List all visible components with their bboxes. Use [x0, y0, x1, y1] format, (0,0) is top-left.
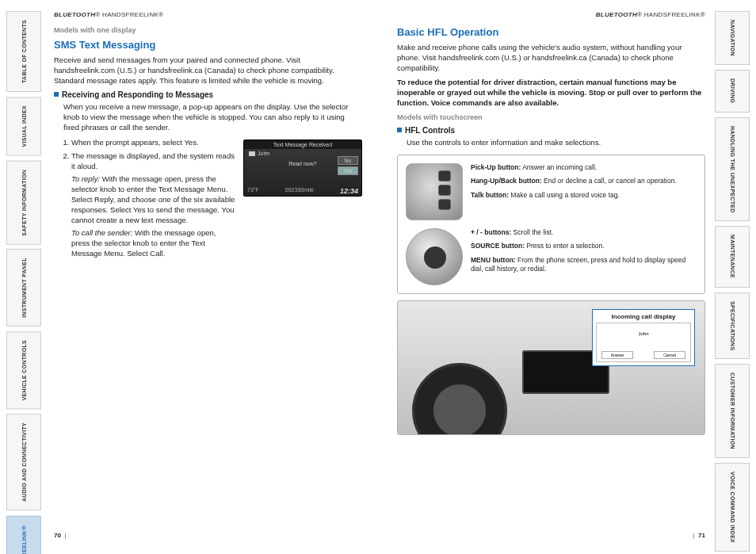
page-right: BLUETOOTH® HANDSFREELINK® Basic HFL Oper…: [380, 11, 715, 542]
call-label: To call the sender:: [71, 228, 132, 237]
talk-label: Talk button:: [471, 191, 509, 199]
incoming-call-callout: Incoming call display John Answer Cancel: [592, 309, 695, 366]
tab-customer-info[interactable]: CUSTOMER INFORMATION: [715, 364, 750, 458]
reg-mark: ®: [158, 11, 163, 18]
reg-mark: ®: [95, 11, 100, 18]
page-num: 71: [698, 532, 705, 539]
runhead-bt: BLUETOOTH: [596, 11, 637, 18]
warning-text: To reduce the potential for driver distr…: [397, 78, 705, 108]
text-message-popup-figure: Text Message Received John Read now? No …: [243, 139, 362, 197]
controls-box: Pick-Up button: Answer an incoming call.…: [397, 155, 705, 294]
subhead-receiving: Receiving and Responding to Messages: [54, 90, 362, 99]
dashboard-figure: Incoming call display John Answer Cancel: [398, 301, 704, 434]
talk-button-icon: [438, 199, 451, 210]
popup-from-name: John: [258, 151, 269, 156]
popup-yes-button: Yes: [338, 166, 358, 175]
hangup-text: End or decline a call, or cancel an oper…: [542, 177, 677, 185]
popup-time: 12:34: [340, 187, 358, 195]
callout-cancel-button: Cancel: [654, 351, 685, 359]
runhead-hfl: HANDSFREELINK: [644, 11, 701, 18]
tab-specs[interactable]: SPECIFICATIONS: [715, 292, 750, 359]
dashboard-figure-box: Incoming call display John Answer Cancel: [397, 300, 705, 435]
popup-no-button: No: [338, 156, 358, 165]
tab-instrument-panel[interactable]: INSTRUMENT PANEL: [6, 249, 41, 327]
callout-caller: John: [598, 331, 689, 336]
intro-text: Receive and send messages from your pair…: [54, 55, 362, 86]
menu-label: MENU button:: [471, 256, 516, 264]
subhead-body-right: Use the controls to enter information an…: [397, 138, 705, 148]
plusminus-label: + / - buttons:: [471, 228, 511, 236]
dial-figure: [406, 228, 463, 285]
pickup-label: Pick-Up button:: [471, 163, 521, 171]
page-number-right: | 71: [693, 532, 705, 539]
running-head-left: BLUETOOTH® HANDSFREELINK®: [54, 11, 362, 18]
pickup-text: Answer an incoming call.: [521, 163, 597, 171]
talk-text: Make a call using a stored voice tag.: [509, 191, 620, 199]
source-text: Press to enter a selection.: [525, 242, 605, 250]
tab-audio[interactable]: AUDIO AND CONNECTIVITY: [6, 414, 41, 510]
tab-bluetooth[interactable]: BLUETOOTH® HANDSFREELINK®: [6, 516, 41, 555]
call-para: To call the sender: With the message ope…: [71, 228, 235, 258]
right-nav-tabs: NAVIGATION DRIVING HANDLING THE UNEXPECT…: [715, 11, 750, 554]
page-left: BLUETOOTH® HANDSFREELINK® Models with on…: [44, 11, 380, 542]
popup-title: Text Message Received: [244, 140, 361, 149]
page-number-left: 70 |: [54, 532, 66, 539]
tab-safety[interactable]: SAFETY INFORMATION: [6, 161, 41, 245]
hangup-button-icon: [438, 185, 451, 196]
step-1: When the prompt appears, select Yes.: [71, 138, 235, 148]
tab-navigation[interactable]: NAVIGATION: [715, 11, 750, 65]
envelope-icon: [249, 151, 255, 156]
models-note-right: Models with touchscreen: [397, 113, 705, 121]
reply-label: To reply:: [71, 174, 100, 183]
reply-para: To reply: With the message open, press t…: [71, 174, 235, 225]
step-2: The message is displayed, and the system…: [71, 151, 235, 172]
left-nav-tabs: TABLE OF CONTENTS VISUAL INDEX SAFETY IN…: [6, 11, 41, 554]
ctrl1-desc: Pick-Up button: Answer an incoming call.…: [471, 163, 697, 204]
tab-voice-index[interactable]: VOICE COMMAND INDEX: [715, 463, 750, 552]
section-title-hfl: Basic HFL Operation: [397, 26, 705, 38]
tab-visual-index[interactable]: VISUAL INDEX: [6, 97, 41, 155]
steering-buttons-figure: [406, 163, 463, 220]
tab-driving[interactable]: DRIVING: [715, 70, 750, 113]
tab-toc[interactable]: TABLE OF CONTENTS: [6, 11, 41, 92]
section-title-sms: SMS Text Messaging: [54, 39, 362, 51]
steps-list: When the prompt appears, select Yes. The…: [54, 138, 235, 171]
page-num: 70: [54, 532, 61, 539]
source-button-icon: [424, 246, 446, 269]
callout-screen: John Answer Cancel: [596, 323, 691, 362]
tab-maintenance[interactable]: MAINTENANCE: [715, 226, 750, 287]
ctrl2-desc: + / - buttons: Scroll the list. SOURCE b…: [471, 228, 697, 279]
reg-mark: ®: [637, 11, 642, 18]
plusminus-text: Scroll the list.: [511, 228, 553, 236]
hangup-label: Hang-Up/Back button:: [471, 177, 542, 185]
reg-mark: ®: [701, 11, 705, 18]
running-head-right: BLUETOOTH® HANDSFREELINK®: [397, 11, 705, 18]
runhead-hfl: HANDSFREELINK: [102, 11, 158, 18]
subhead-hfl-controls: HFL Controls: [397, 126, 705, 135]
subhead-body: When you receive a new message, a pop-up…: [54, 102, 362, 132]
callout-answer-button: Answer: [601, 351, 633, 359]
steering-wheel-icon: [412, 363, 507, 435]
pickup-button-icon: [438, 170, 451, 181]
runhead-bt: BLUETOOTH: [54, 11, 95, 18]
popup-odo: 002300mile: [285, 187, 314, 195]
source-label: SOURCE button:: [471, 242, 525, 250]
callout-title: Incoming call display: [596, 313, 691, 320]
intro-text-right: Make and receive phone calls using the v…: [397, 43, 705, 73]
page-spread: BLUETOOTH® HANDSFREELINK® Models with on…: [44, 11, 715, 542]
tab-unexpected[interactable]: HANDLING THE UNEXPECTED: [715, 117, 750, 222]
tab-vehicle-controls[interactable]: VEHICLE CONTROLS: [6, 331, 41, 409]
models-note: Models with one display: [54, 26, 362, 34]
popup-temp: 73°F: [247, 187, 259, 195]
